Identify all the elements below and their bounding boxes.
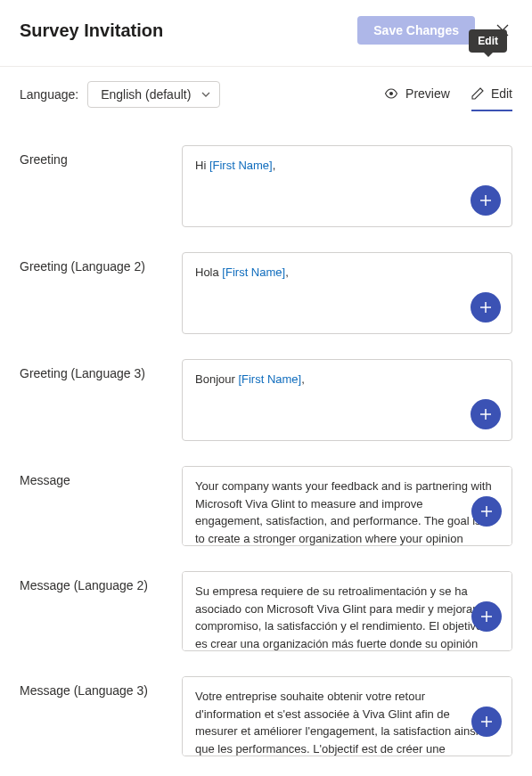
page-title: Survey Invitation: [20, 20, 163, 41]
field-message: Message Your company wants your feedback…: [20, 466, 512, 546]
message-3-label: Message (Language 3): [20, 676, 182, 698]
add-button[interactable]: [471, 601, 502, 632]
first-name-token: [First Name]: [209, 159, 273, 172]
field-greeting: Greeting Hi [First Name],: [20, 145, 512, 227]
toolbar: Edit Language: English (default) Preview…: [0, 67, 532, 115]
eye-icon: [384, 88, 398, 99]
first-name-token: [First Name]: [222, 265, 285, 279]
greeting-3-editor[interactable]: Bonjour [First Name],: [182, 359, 512, 441]
greeting-3-text: Bonjour [First Name],: [195, 372, 305, 386]
add-button[interactable]: [471, 292, 501, 323]
tab-preview-label: Preview: [405, 86, 450, 101]
greeting-2-label: Greeting (Language 2): [20, 252, 182, 274]
save-button[interactable]: Save Changes: [357, 16, 475, 45]
greeting-2-editor[interactable]: Hola [First Name],: [182, 252, 512, 334]
message-label: Message: [20, 466, 182, 487]
pencil-icon: [471, 87, 484, 100]
tab-edit-label: Edit: [491, 86, 512, 101]
language-label: Language:: [20, 87, 78, 102]
field-message-2: Message (Language 2) Su empresa requiere…: [20, 571, 512, 651]
greeting-text: Hi [First Name],: [195, 159, 275, 172]
plus-icon: [479, 715, 494, 729]
message-2-label: Message (Language 2): [20, 571, 182, 592]
language-value: English (default): [101, 87, 191, 102]
plus-icon: [479, 609, 494, 624]
header: Survey Invitation Save Changes: [0, 0, 532, 67]
message-3-text: Votre entreprise souhaite obtenir votre …: [195, 688, 494, 756]
message-2-editor[interactable]: Su empresa requiere de su retroalimentac…: [182, 571, 512, 651]
field-message-3: Message (Language 3) Votre entreprise so…: [20, 676, 512, 756]
message-text: Your company wants your feedback and is …: [195, 478, 494, 546]
add-button[interactable]: [471, 399, 501, 429]
plus-icon: [479, 300, 493, 314]
message-editor[interactable]: Your company wants your feedback and is …: [182, 466, 512, 546]
language-select[interactable]: English (default): [87, 81, 220, 108]
content: Greeting Hi [First Name], Greeting (Lang…: [0, 115, 532, 776]
greeting-editor[interactable]: Hi [First Name],: [182, 145, 512, 227]
tab-preview[interactable]: Preview: [384, 78, 450, 111]
greeting-label: Greeting: [20, 145, 182, 167]
message-3-editor[interactable]: Votre entreprise souhaite obtenir votre …: [182, 676, 512, 756]
field-greeting-2: Greeting (Language 2) Hola [First Name],: [20, 252, 512, 334]
plus-icon: [479, 504, 494, 519]
plus-icon: [479, 193, 493, 208]
tabs: Preview Edit: [384, 78, 512, 111]
add-button[interactable]: [471, 707, 502, 737]
first-name-token: [First Name]: [238, 372, 301, 386]
chevron-down-icon: [201, 92, 210, 97]
field-greeting-3: Greeting (Language 3) Bonjour [First Nam…: [20, 359, 512, 441]
plus-icon: [479, 407, 493, 421]
greeting-2-text: Hola [First Name],: [195, 265, 289, 279]
greeting-3-label: Greeting (Language 3): [20, 359, 182, 380]
svg-point-2: [389, 92, 393, 95]
message-2-text: Su empresa requiere de su retroalimentac…: [195, 583, 494, 651]
language-group: Language: English (default): [20, 81, 220, 108]
edit-tooltip: Edit: [469, 29, 507, 53]
add-button[interactable]: [471, 496, 502, 527]
tab-edit[interactable]: Edit: [471, 78, 512, 111]
add-button[interactable]: [471, 185, 501, 216]
